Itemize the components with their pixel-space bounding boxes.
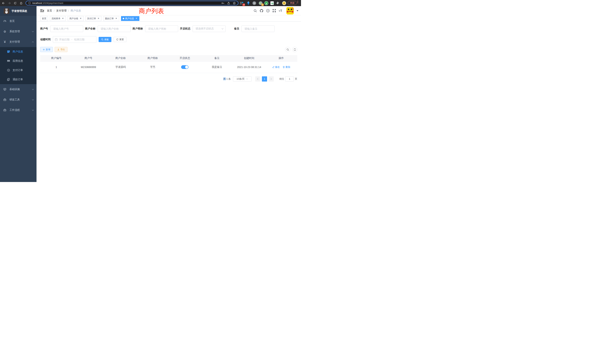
github-icon[interactable] [260,9,263,13]
col-merchant-id: 商户编号 [40,55,72,61]
tab-refund-order[interactable]: 退款订单✕ [103,16,119,21]
tab-home[interactable]: 首页 [40,16,48,21]
chrome-update-button[interactable]: 更新 [288,1,297,5]
header-search-icon[interactable] [254,9,257,12]
status-toggle[interactable] [181,65,189,69]
start-date-input[interactable] [58,38,71,41]
refresh-table-button[interactable] [292,47,297,52]
chrome-menu-icon[interactable] [298,1,298,3]
extension-y-icon[interactable]: y [264,1,268,5]
edit-link-label: 修改 [275,65,280,69]
sidebar-item-label: 研发工具 [10,98,32,101]
extension-doc-icon[interactable] [270,1,274,5]
sidebar-item-system[interactable]: ⚙ 系统管理 [0,26,36,37]
help-icon[interactable]: ? [266,9,270,12]
sidebar-item-pay[interactable]: ¥ 支付管理 [0,37,36,47]
status-select[interactable]: 请选择开启状态 [193,25,226,32]
extensions-puzzle-icon[interactable] [276,1,280,5]
address-bar[interactable]: localhost:1024/pay/merchant [26,1,238,5]
pagination-total-prefix: 共 [223,77,226,80]
tab-process-form[interactable]: 流程表单✕ [50,16,66,21]
tab-close-icon[interactable]: ✕ [115,17,118,20]
site-info-icon[interactable] [28,2,31,4]
merchant-no-input[interactable] [50,25,83,32]
end-date-input[interactable] [73,38,86,41]
sidebar-item-refund-order[interactable]: 退款订单 [0,75,36,84]
sidebar-item-merchant-info[interactable]: 商户信息 [0,47,36,56]
breadcrumb-section[interactable]: 支付管理 [56,9,66,12]
sidebar-toggle-icon[interactable] [40,9,44,12]
delete-link-label: 删除 [285,65,290,69]
tab-close-icon[interactable]: ✕ [62,17,64,20]
sidebar-item-workflow[interactable]: 工作流程 [0,105,36,115]
browser-profile-avatar[interactable] [282,1,286,5]
prev-page-button[interactable] [255,76,260,82]
pagination: 共 1 条 10条/页 1 前往 页 [40,76,297,82]
delete-link[interactable]: 删除 [283,65,290,69]
create-time-range-picker[interactable]: - [53,36,96,43]
browser-forward-icon[interactable] [8,2,11,5]
sidebar-item-pay-order[interactable]: ¥ 支付订单 [0,66,36,75]
extension-command-icon[interactable]: ⌘ [252,1,256,5]
next-page-button[interactable] [269,76,274,82]
merchant-short-input[interactable] [145,25,178,32]
browser-home-icon[interactable] [20,2,23,5]
breadcrumb-separator: / [68,9,69,12]
bookmark-star-icon[interactable] [233,2,236,5]
sidebar-item-dev-tools[interactable]: 研发工具 [0,95,36,105]
add-button[interactable]: 新增 [40,47,53,52]
add-button-label: 新增 [46,48,50,51]
font-size-icon[interactable]: TT [279,9,283,12]
table-header-row: 商户编号 商户号 商户全称 商户简称 开启状态 备注 创建时间 操作 [40,55,297,61]
tab-merchant-info[interactable]: 商户信息✕ [121,16,139,21]
password-key-icon[interactable] [221,2,225,5]
sidebar-item-app-info[interactable]: 应用信息 [0,56,36,66]
extension-badge-icon[interactable]: 1 [258,1,263,5]
sidebar-logo[interactable]: 芋道管理系统 [0,6,36,16]
tab-close-icon[interactable]: ✕ [79,17,82,20]
extension-pin-icon[interactable]: 10 [240,1,244,5]
remark-label: 备注 [234,27,241,30]
sidebar-item-label: 首页 [10,20,34,23]
user-avatar[interactable] [286,7,294,14]
sidebar-item-label: 系统管理 [10,30,32,33]
tab-pay-order[interactable]: 支付订单✕ [86,16,101,21]
sidebar-item-infrastructure[interactable]: 基础设施 [0,84,36,95]
sidebar-item-home[interactable]: 首页 [0,16,36,26]
cell-merchant-name: 芋道源码 [105,61,137,73]
sidebar-item-label: 商户信息 [13,50,34,53]
browser-reload-icon[interactable] [14,2,17,5]
store-icon [7,50,10,53]
tab-close-icon[interactable]: ✕ [135,17,138,20]
active-tab-dot [123,18,124,19]
reset-button[interactable]: 重置 [114,37,126,42]
merchant-name-input[interactable] [98,25,131,32]
chevron-down-icon [32,109,34,111]
breadcrumb-home[interactable]: 首页 [47,9,52,12]
page-number-1[interactable]: 1 [262,76,267,82]
tab-label: 首页 [42,16,46,21]
toggle-search-button[interactable] [285,47,290,52]
yen-icon: ¥ [3,40,7,43]
export-button[interactable]: 导出 [55,47,67,52]
tab-user-group[interactable]: 用户分组✕ [68,16,84,21]
pagination-total-count: 1 [226,77,228,80]
select-caret-icon [222,28,224,30]
tab-close-icon[interactable]: ✕ [97,17,100,20]
chevron-down-icon [32,89,34,90]
remark-input[interactable] [241,25,275,32]
share-icon[interactable] [227,2,230,5]
pay-submenu: 商户信息 应用信息 ¥ 支付订单 退款订单 [0,47,36,84]
avatar-caret-icon[interactable] [297,10,298,11]
search-button-label: 搜索 [104,38,109,41]
edit-link[interactable]: 修改 [272,65,280,69]
svg-text:y: y [266,2,267,4]
browser-back-icon[interactable] [2,2,5,5]
pagination-total: 共 1 条 [223,77,231,81]
search-button[interactable]: 搜索 [99,37,111,42]
page-size-select[interactable]: 10条/页 [233,76,251,82]
goto-page-input[interactable] [285,76,294,82]
col-merchant-name: 商户全称 [105,55,137,61]
fullscreen-icon[interactable] [272,9,276,12]
extension-gem-icon[interactable] [247,1,251,5]
